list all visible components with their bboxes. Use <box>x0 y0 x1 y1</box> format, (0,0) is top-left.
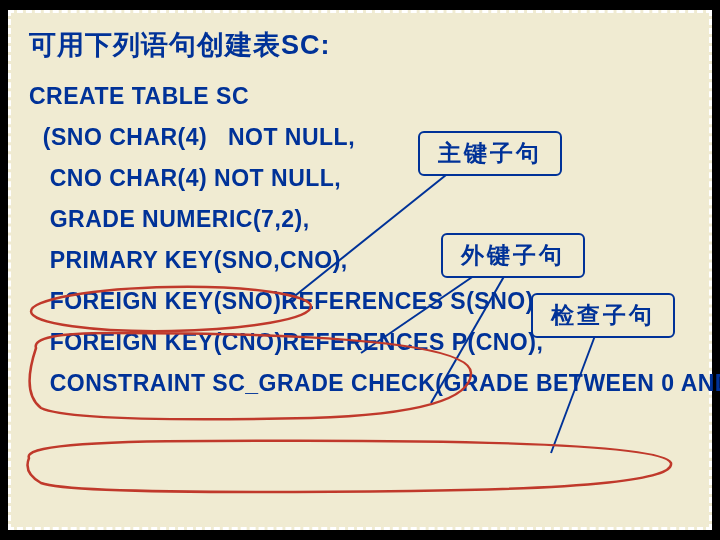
slide: 可用下列语句创建表SC: CREATE TABLE SC (SNO CHAR(4… <box>0 0 720 540</box>
callout-foreign-key: 外键子句 <box>441 233 585 278</box>
code-line-2: (SNO CHAR(4) NOT NULL, <box>29 124 691 151</box>
code-line-8: CONSTRAINT SC_GRADE CHECK(GRADE BETWEEN … <box>29 370 691 397</box>
callout-primary-key: 主键子句 <box>418 131 562 176</box>
code-line-3: CNO CHAR(4) NOT NULL, <box>29 165 691 192</box>
content-frame: 可用下列语句创建表SC: CREATE TABLE SC (SNO CHAR(4… <box>8 10 712 530</box>
code-line-5: PRIMARY KEY(SNO,CNO), <box>29 247 691 274</box>
slide-title: 可用下列语句创建表SC: <box>29 27 691 63</box>
code-line-1: CREATE TABLE SC <box>29 83 691 110</box>
code-line-4: GRADE NUMERIC(7,2), <box>29 206 691 233</box>
callout-check: 检查子句 <box>531 293 675 338</box>
